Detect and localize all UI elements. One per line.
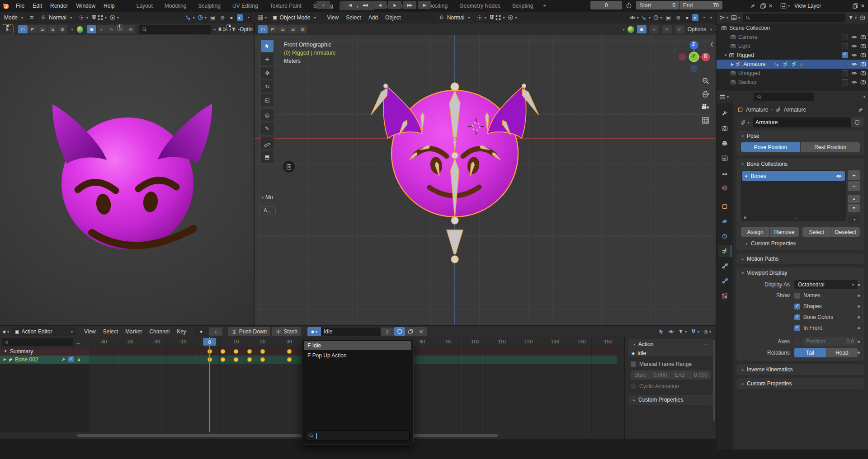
tab-object-icon[interactable] — [718, 201, 731, 212]
add-bone-collection-button[interactable]: ＋ — [848, 170, 860, 180]
id-type-icon[interactable]: ▾ — [737, 117, 753, 127]
summary-expand-icon[interactable]: ▼ — [4, 349, 7, 353]
center-menu-object[interactable]: Object — [382, 14, 405, 21]
show-hidden-icon[interactable] — [668, 328, 674, 335]
outliner-row-backup[interactable]: Backup — [717, 78, 868, 87]
outliner-display-mode-icon[interactable]: ▾ — [719, 14, 728, 21]
view-layer-selector[interactable]: View Layer — [792, 2, 850, 10]
left-select-mode-new-icon[interactable]: ▢ — [18, 25, 28, 33]
action-name-field[interactable]: Idle — [321, 328, 381, 336]
display-as-dropdown[interactable]: Octahedral▾ — [794, 280, 858, 289]
workspace-tab-uv-editing[interactable]: UV Editing — [227, 1, 264, 10]
tool-cursor[interactable]: ✛ — [261, 53, 274, 66]
operator-redo-button[interactable]: A... — [259, 206, 276, 215]
action-new-copy-icon[interactable] — [405, 327, 416, 336]
left-select-mode-extend-icon[interactable]: ◩ — [28, 25, 38, 33]
view-layer-icon[interactable]: ▾ — [780, 3, 790, 9]
frame-end-field[interactable]: End70 — [679, 1, 722, 9]
rigged-exclude-checkbox[interactable] — [842, 52, 848, 58]
dropdown-item-f-idle[interactable]: F Idle — [304, 341, 411, 350]
left-shading-rendered-icon[interactable]: ◔ — [245, 14, 251, 21]
tool-scale[interactable]: ◱ — [261, 94, 274, 106]
left-orientation-dropdown[interactable]: Normal▾ — [38, 13, 75, 22]
tool-move[interactable]: ✥ — [261, 67, 274, 79]
left-search-input[interactable] — [139, 25, 211, 34]
action-users-button[interactable]: 2 — [381, 328, 394, 336]
breadcrumb-pin-icon[interactable] — [858, 107, 863, 113]
center-menu-add[interactable]: Add — [365, 14, 382, 21]
armature-render-icon[interactable] — [860, 61, 866, 67]
dope-menu-channel[interactable]: Channel — [146, 328, 173, 335]
properties-editor-type-icon[interactable]: ▾ — [719, 94, 729, 100]
left-xray-icon[interactable]: ▣ — [209, 14, 217, 21]
fake-user-shield-icon[interactable] — [851, 117, 863, 127]
gizmo-z-label[interactable]: Z — [692, 42, 695, 47]
left-editor-menus-icon[interactable]: ≡ — [30, 14, 33, 21]
list-resize-grip[interactable]: ∙∙∙∙ — [793, 216, 798, 220]
collection-specials-button[interactable]: ▾ — [848, 215, 860, 224]
assign-button[interactable]: Assign — [741, 227, 769, 237]
zoom-icon[interactable] — [702, 77, 709, 84]
remove-view-layer-icon[interactable] — [860, 3, 865, 9]
select-button[interactable]: Select — [802, 227, 831, 237]
center-options-label[interactable]: Options — [688, 26, 706, 33]
tab-output-icon[interactable] — [718, 137, 731, 149]
outliner-row-camera[interactable]: Camera — [717, 33, 868, 42]
rigged-render-icon[interactable] — [860, 52, 866, 58]
dope-horizontal-scrollbar[interactable] — [77, 434, 498, 437]
dope-menu-marker[interactable]: Marker — [122, 328, 146, 335]
menu-help[interactable]: Help — [99, 3, 119, 9]
expand-search-icon[interactable]: ↔ — [75, 339, 81, 346]
bone-expand-icon[interactable]: ▶ — [4, 357, 6, 361]
center-gizmo-toggle-icon[interactable]: ▣ — [637, 25, 646, 33]
outliner-row-armature[interactable]: ▶ Armature ▽ — [717, 60, 868, 69]
center-show-gizmo-icon[interactable]: ▾ — [641, 14, 651, 21]
perspective-grid-icon[interactable] — [702, 117, 709, 124]
jump-to-prev-keyframe-button[interactable]: ◀◀ — [358, 1, 372, 9]
tab-world-icon[interactable] — [718, 182, 731, 194]
dope-filter-icon[interactable]: ▾ — [678, 328, 687, 335]
workspace-tab-sculpting[interactable]: Sculpting — [193, 1, 226, 10]
show-names-toggle[interactable]: Names — [794, 292, 858, 299]
left-bookmark-icon[interactable] — [217, 26, 222, 33]
current-frame-pill[interactable]: 0 — [203, 338, 216, 346]
tab-physics-icon[interactable] — [718, 215, 731, 227]
workspace-tab-modeling[interactable]: Modeling — [159, 1, 192, 10]
outliner-funnel-icon[interactable]: ▾ — [848, 14, 857, 21]
channel-summary[interactable]: ▼ Summary — [0, 347, 90, 356]
center-menu-view[interactable]: View — [323, 14, 342, 21]
deselect-button[interactable]: Deselect — [831, 227, 860, 237]
center-proportional-edit-icon[interactable]: ▾ — [507, 14, 517, 21]
motion-paths-header[interactable]: ▸Motion Paths∙∙∙∙ — [736, 253, 864, 264]
only-selected-icon[interactable] — [658, 328, 664, 335]
left-3d-viewport[interactable] — [0, 35, 254, 325]
left-proportional-edit-icon[interactable]: ▾ — [109, 14, 119, 21]
left-select-mode-intersect-icon[interactable]: ▦ — [58, 25, 67, 33]
backup-hide-eye-icon[interactable] — [851, 79, 857, 85]
outliner-search-input[interactable] — [743, 14, 845, 22]
left-falloff-ball-icon[interactable] — [77, 26, 84, 33]
relations-tail-button[interactable]: Tail — [794, 348, 826, 357]
light-exclude-checkbox[interactable] — [842, 43, 848, 49]
center-gizmo-move-icon[interactable]: ◒ — [650, 25, 659, 33]
tool-rotate[interactable]: ↻ — [261, 80, 274, 93]
backup-exclude-checkbox[interactable] — [842, 79, 848, 85]
pan-hand-icon[interactable] — [702, 90, 709, 98]
center-select-mode-subtract-icon[interactable]: ⬓ — [278, 25, 288, 33]
left-select-mode-subtract-icon[interactable]: ⬓ — [38, 25, 47, 33]
center-snap-icon[interactable] — [489, 14, 495, 21]
unrigged-render-icon[interactable] — [860, 70, 866, 76]
dope-menu-key[interactable]: Key — [173, 328, 190, 335]
outliner-row-rigged[interactable]: ▼ Rigged — [717, 51, 868, 60]
collapse-arrow-icon[interactable]: ❮ — [710, 42, 714, 47]
breadcrumb-data-label[interactable]: Armature — [784, 107, 806, 113]
blender-logo-icon[interactable] — [0, 1, 12, 11]
gizmo-x-label[interactable]: X — [704, 54, 707, 59]
tab-texture-icon[interactable] — [718, 290, 731, 302]
left-gizmo-move-icon[interactable]: ◒ — [97, 25, 106, 33]
left-shading-solid-icon[interactable]: ● — [228, 14, 234, 21]
current-frame-field[interactable]: 0 — [590, 1, 622, 9]
dope-proportional-icon[interactable]: ◎▾ — [703, 329, 711, 335]
light-hide-eye-icon[interactable] — [851, 43, 857, 49]
cyclic-animation-toggle[interactable]: Cyclic Animation — [631, 383, 711, 389]
